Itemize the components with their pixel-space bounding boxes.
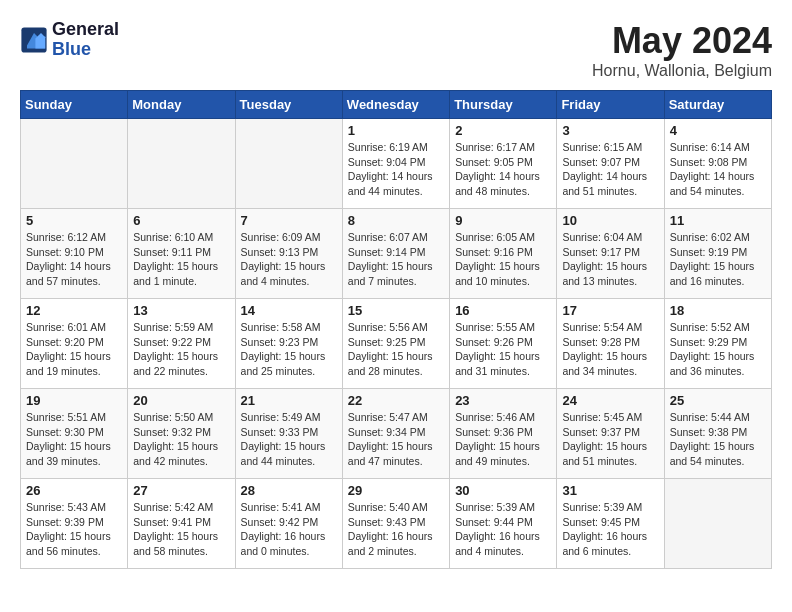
calendar-title: May 2024 — [592, 20, 772, 62]
day-cell: 17Sunrise: 5:54 AM Sunset: 9:28 PM Dayli… — [557, 299, 664, 389]
day-number: 18 — [670, 303, 766, 318]
day-detail: Sunrise: 6:07 AM Sunset: 9:14 PM Dayligh… — [348, 230, 444, 289]
day-number: 1 — [348, 123, 444, 138]
day-number: 27 — [133, 483, 229, 498]
day-number: 14 — [241, 303, 337, 318]
calendar-subtitle: Hornu, Wallonia, Belgium — [592, 62, 772, 80]
day-detail: Sunrise: 6:19 AM Sunset: 9:04 PM Dayligh… — [348, 140, 444, 199]
day-detail: Sunrise: 5:51 AM Sunset: 9:30 PM Dayligh… — [26, 410, 122, 469]
day-cell — [128, 119, 235, 209]
day-detail: Sunrise: 5:54 AM Sunset: 9:28 PM Dayligh… — [562, 320, 658, 379]
day-detail: Sunrise: 5:58 AM Sunset: 9:23 PM Dayligh… — [241, 320, 337, 379]
day-cell: 5Sunrise: 6:12 AM Sunset: 9:10 PM Daylig… — [21, 209, 128, 299]
day-number: 29 — [348, 483, 444, 498]
day-number: 17 — [562, 303, 658, 318]
day-cell: 21Sunrise: 5:49 AM Sunset: 9:33 PM Dayli… — [235, 389, 342, 479]
day-cell — [235, 119, 342, 209]
day-detail: Sunrise: 5:39 AM Sunset: 9:45 PM Dayligh… — [562, 500, 658, 559]
day-cell: 18Sunrise: 5:52 AM Sunset: 9:29 PM Dayli… — [664, 299, 771, 389]
day-cell — [664, 479, 771, 569]
day-cell: 14Sunrise: 5:58 AM Sunset: 9:23 PM Dayli… — [235, 299, 342, 389]
header-tuesday: Tuesday — [235, 91, 342, 119]
page-header: General Blue May 2024 Hornu, Wallonia, B… — [20, 20, 772, 80]
day-number: 13 — [133, 303, 229, 318]
day-cell: 12Sunrise: 6:01 AM Sunset: 9:20 PM Dayli… — [21, 299, 128, 389]
day-number: 8 — [348, 213, 444, 228]
day-number: 26 — [26, 483, 122, 498]
day-number: 21 — [241, 393, 337, 408]
week-row-1: 1Sunrise: 6:19 AM Sunset: 9:04 PM Daylig… — [21, 119, 772, 209]
day-cell: 10Sunrise: 6:04 AM Sunset: 9:17 PM Dayli… — [557, 209, 664, 299]
day-cell: 26Sunrise: 5:43 AM Sunset: 9:39 PM Dayli… — [21, 479, 128, 569]
day-cell: 27Sunrise: 5:42 AM Sunset: 9:41 PM Dayli… — [128, 479, 235, 569]
day-cell: 25Sunrise: 5:44 AM Sunset: 9:38 PM Dayli… — [664, 389, 771, 479]
day-number: 24 — [562, 393, 658, 408]
day-detail: Sunrise: 5:43 AM Sunset: 9:39 PM Dayligh… — [26, 500, 122, 559]
day-number: 30 — [455, 483, 551, 498]
day-number: 22 — [348, 393, 444, 408]
day-detail: Sunrise: 6:05 AM Sunset: 9:16 PM Dayligh… — [455, 230, 551, 289]
day-number: 7 — [241, 213, 337, 228]
day-detail: Sunrise: 5:50 AM Sunset: 9:32 PM Dayligh… — [133, 410, 229, 469]
day-detail: Sunrise: 6:01 AM Sunset: 9:20 PM Dayligh… — [26, 320, 122, 379]
day-cell: 24Sunrise: 5:45 AM Sunset: 9:37 PM Dayli… — [557, 389, 664, 479]
header-friday: Friday — [557, 91, 664, 119]
day-number: 23 — [455, 393, 551, 408]
day-number: 9 — [455, 213, 551, 228]
day-cell: 3Sunrise: 6:15 AM Sunset: 9:07 PM Daylig… — [557, 119, 664, 209]
day-detail: Sunrise: 5:47 AM Sunset: 9:34 PM Dayligh… — [348, 410, 444, 469]
week-row-3: 12Sunrise: 6:01 AM Sunset: 9:20 PM Dayli… — [21, 299, 772, 389]
day-number: 5 — [26, 213, 122, 228]
day-cell: 29Sunrise: 5:40 AM Sunset: 9:43 PM Dayli… — [342, 479, 449, 569]
day-number: 19 — [26, 393, 122, 408]
day-cell: 15Sunrise: 5:56 AM Sunset: 9:25 PM Dayli… — [342, 299, 449, 389]
day-number: 25 — [670, 393, 766, 408]
week-row-5: 26Sunrise: 5:43 AM Sunset: 9:39 PM Dayli… — [21, 479, 772, 569]
day-detail: Sunrise: 5:52 AM Sunset: 9:29 PM Dayligh… — [670, 320, 766, 379]
day-number: 2 — [455, 123, 551, 138]
day-number: 10 — [562, 213, 658, 228]
day-cell: 6Sunrise: 6:10 AM Sunset: 9:11 PM Daylig… — [128, 209, 235, 299]
day-detail: Sunrise: 6:02 AM Sunset: 9:19 PM Dayligh… — [670, 230, 766, 289]
title-area: May 2024 Hornu, Wallonia, Belgium — [592, 20, 772, 80]
day-cell: 20Sunrise: 5:50 AM Sunset: 9:32 PM Dayli… — [128, 389, 235, 479]
header-saturday: Saturday — [664, 91, 771, 119]
day-detail: Sunrise: 6:17 AM Sunset: 9:05 PM Dayligh… — [455, 140, 551, 199]
day-detail: Sunrise: 5:41 AM Sunset: 9:42 PM Dayligh… — [241, 500, 337, 559]
logo: General Blue — [20, 20, 119, 60]
day-number: 11 — [670, 213, 766, 228]
day-cell: 22Sunrise: 5:47 AM Sunset: 9:34 PM Dayli… — [342, 389, 449, 479]
day-number: 31 — [562, 483, 658, 498]
day-number: 20 — [133, 393, 229, 408]
week-row-4: 19Sunrise: 5:51 AM Sunset: 9:30 PM Dayli… — [21, 389, 772, 479]
day-detail: Sunrise: 6:09 AM Sunset: 9:13 PM Dayligh… — [241, 230, 337, 289]
calendar-table: SundayMondayTuesdayWednesdayThursdayFrid… — [20, 90, 772, 569]
day-number: 4 — [670, 123, 766, 138]
calendar-header-row: SundayMondayTuesdayWednesdayThursdayFrid… — [21, 91, 772, 119]
day-cell: 19Sunrise: 5:51 AM Sunset: 9:30 PM Dayli… — [21, 389, 128, 479]
day-cell: 31Sunrise: 5:39 AM Sunset: 9:45 PM Dayli… — [557, 479, 664, 569]
day-cell: 2Sunrise: 6:17 AM Sunset: 9:05 PM Daylig… — [450, 119, 557, 209]
day-number: 28 — [241, 483, 337, 498]
day-number: 6 — [133, 213, 229, 228]
day-detail: Sunrise: 5:44 AM Sunset: 9:38 PM Dayligh… — [670, 410, 766, 469]
day-cell: 8Sunrise: 6:07 AM Sunset: 9:14 PM Daylig… — [342, 209, 449, 299]
logo-text: General Blue — [52, 20, 119, 60]
day-number: 3 — [562, 123, 658, 138]
day-cell: 7Sunrise: 6:09 AM Sunset: 9:13 PM Daylig… — [235, 209, 342, 299]
day-cell: 13Sunrise: 5:59 AM Sunset: 9:22 PM Dayli… — [128, 299, 235, 389]
day-number: 16 — [455, 303, 551, 318]
day-detail: Sunrise: 6:04 AM Sunset: 9:17 PM Dayligh… — [562, 230, 658, 289]
day-cell — [21, 119, 128, 209]
week-row-2: 5Sunrise: 6:12 AM Sunset: 9:10 PM Daylig… — [21, 209, 772, 299]
header-monday: Monday — [128, 91, 235, 119]
day-cell: 16Sunrise: 5:55 AM Sunset: 9:26 PM Dayli… — [450, 299, 557, 389]
day-cell: 4Sunrise: 6:14 AM Sunset: 9:08 PM Daylig… — [664, 119, 771, 209]
day-detail: Sunrise: 5:39 AM Sunset: 9:44 PM Dayligh… — [455, 500, 551, 559]
day-detail: Sunrise: 5:49 AM Sunset: 9:33 PM Dayligh… — [241, 410, 337, 469]
day-cell: 23Sunrise: 5:46 AM Sunset: 9:36 PM Dayli… — [450, 389, 557, 479]
day-number: 12 — [26, 303, 122, 318]
day-cell: 9Sunrise: 6:05 AM Sunset: 9:16 PM Daylig… — [450, 209, 557, 299]
day-detail: Sunrise: 5:42 AM Sunset: 9:41 PM Dayligh… — [133, 500, 229, 559]
logo-icon — [20, 26, 48, 54]
